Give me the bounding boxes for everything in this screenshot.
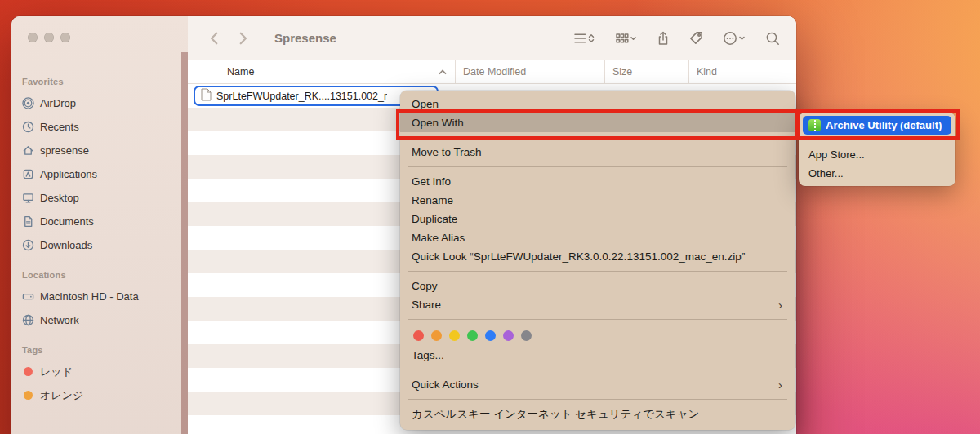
desktop-wallpaper: Favorites AirDrop Recents spresense Appl… [0, 0, 980, 434]
sidebar-item-network[interactable]: Network [11, 308, 188, 332]
sidebar-item-downloads[interactable]: Downloads [11, 233, 188, 257]
tag-color-yellow[interactable] [449, 330, 460, 341]
menu-separator [408, 137, 787, 138]
window-title: Spresense [274, 31, 336, 45]
menu-item-kaspersky-scan[interactable]: カスペルスキー インターネット セキュリティでスキャン [400, 405, 795, 423]
sidebar-item-macintosh-hd[interactable]: Macintosh HD - Data [11, 285, 188, 308]
menu-item-label: Move to Trash [412, 146, 482, 158]
document-icon [22, 215, 34, 228]
sidebar-item-spresense[interactable]: spresense [11, 139, 188, 162]
menu-item-label: Quick Look “SprLteFWUpdater_RK3.0.0.22.1… [412, 250, 745, 263]
context-menu: Open Open With Move to Trash Get Info Re… [400, 91, 795, 430]
tag-icon [689, 31, 703, 45]
menu-separator [408, 319, 787, 320]
column-header-kind[interactable]: Kind [688, 60, 796, 83]
menu-item-open-with[interactable]: Open With [400, 113, 795, 132]
menu-item-make-alias[interactable]: Make Alias [400, 228, 795, 247]
column-header-size[interactable]: Size [604, 60, 688, 83]
list-view-icon [573, 32, 595, 45]
column-header-name[interactable]: Name [188, 60, 455, 83]
sidebar-item-airdrop[interactable]: AirDrop [11, 91, 188, 115]
tag-color-red[interactable] [413, 330, 424, 341]
close-button[interactable] [28, 33, 38, 42]
menu-item-copy[interactable]: Copy [400, 277, 795, 295]
menu-item-label: Tags... [412, 349, 444, 361]
menu-item-label: Duplicate [412, 213, 457, 225]
menu-separator [408, 399, 787, 400]
group-by-button[interactable] [615, 32, 637, 45]
tag-color-blue[interactable] [485, 330, 496, 341]
menu-item-get-info[interactable]: Get Info [400, 172, 795, 191]
minimize-button[interactable] [44, 33, 54, 42]
menu-item-label: Share [412, 299, 441, 311]
menu-item-share[interactable]: Share › [400, 295, 795, 314]
column-header-date-modified[interactable]: Date Modified [455, 60, 604, 83]
share-button[interactable] [657, 31, 670, 46]
sidebar-section-tags: Tags レッド オレンジ [11, 345, 188, 407]
menu-separator [408, 166, 787, 167]
tags-button[interactable] [689, 31, 703, 45]
back-chevron-icon [207, 31, 222, 46]
menu-item-quick-actions[interactable]: Quick Actions › [400, 375, 795, 394]
hard-drive-icon [22, 290, 34, 303]
sidebar-item-tag-orange[interactable]: オレンジ [11, 383, 188, 407]
column-headers: Name Date Modified Size Kind [188, 60, 796, 84]
sidebar-item-recents[interactable]: Recents [11, 115, 188, 139]
tag-color-purple[interactable] [503, 330, 514, 341]
menu-item-label: Archive Utility (default) [826, 119, 942, 131]
menu-item-label: Get Info [412, 175, 451, 188]
menu-item-rename[interactable]: Rename [400, 191, 795, 210]
sidebar-item-tag-red[interactable]: レッド [11, 360, 188, 383]
sidebar-item-documents[interactable]: Documents [11, 210, 188, 233]
sidebar-item-label: Documents [40, 215, 94, 228]
zoom-button[interactable] [60, 33, 70, 42]
sidebar-item-label: spresense [40, 144, 89, 157]
home-icon [22, 144, 34, 157]
menu-item-label: Rename [412, 194, 453, 206]
tag-color-orange[interactable] [431, 330, 442, 341]
tag-color-gray[interactable] [521, 330, 532, 341]
menu-item-open[interactable]: Open [400, 95, 795, 113]
sidebar: Favorites AirDrop Recents spresense Appl… [11, 16, 188, 434]
submenu-item-other[interactable]: Other... [799, 164, 956, 183]
more-actions-button[interactable] [723, 31, 746, 46]
menu-item-move-to-trash[interactable]: Move to Trash [400, 143, 795, 162]
desktop-icon [22, 192, 34, 204]
sidebar-item-label: オレンジ [40, 388, 83, 403]
section-label-favorites: Favorites [22, 77, 188, 88]
menu-item-label: Copy [412, 280, 438, 292]
menu-item-duplicate[interactable]: Duplicate [400, 210, 795, 228]
search-icon [765, 31, 780, 46]
group-by-icon [615, 32, 637, 45]
menu-item-quick-look[interactable]: Quick Look “SprLteFWUpdater_RK3.0.0.22.1… [400, 247, 795, 266]
menu-item-tags[interactable]: Tags... [400, 346, 795, 365]
sidebar-item-applications[interactable]: Applications [11, 162, 188, 186]
sidebar-item-label: Recents [40, 121, 79, 133]
sidebar-section-locations: Locations Macintosh HD - Data Network [11, 270, 188, 332]
menu-item-label: Make Alias [412, 232, 465, 244]
column-label: Kind [697, 66, 717, 78]
ellipsis-circle-icon [723, 31, 746, 46]
search-button[interactable] [765, 31, 780, 46]
sidebar-item-label: Network [40, 314, 79, 326]
back-button[interactable] [207, 31, 222, 46]
zip-file-icon [201, 88, 212, 104]
column-label: Name [227, 66, 254, 78]
menu-item-label: Open [412, 98, 439, 110]
submenu-item-archive-utility[interactable]: Archive Utility (default) [803, 116, 951, 135]
applications-icon [22, 168, 34, 180]
submenu-chevron-icon: › [778, 379, 782, 391]
airdrop-icon [22, 97, 34, 109]
sidebar-divider [181, 52, 188, 434]
menu-item-label: App Store... [808, 148, 865, 161]
tag-color-green[interactable] [467, 330, 478, 341]
menu-item-label: カスペルスキー インターネット セキュリティでスキャン [412, 407, 699, 422]
archive-utility-icon [808, 119, 821, 131]
menu-item-label: Quick Actions [412, 379, 479, 391]
sidebar-item-desktop[interactable]: Desktop [11, 186, 188, 210]
submenu-item-app-store[interactable]: App Store... [799, 145, 956, 164]
clock-icon [22, 121, 34, 133]
toolbar-icons [573, 31, 780, 46]
view-options-button[interactable] [573, 32, 595, 45]
forward-button[interactable] [235, 31, 250, 46]
